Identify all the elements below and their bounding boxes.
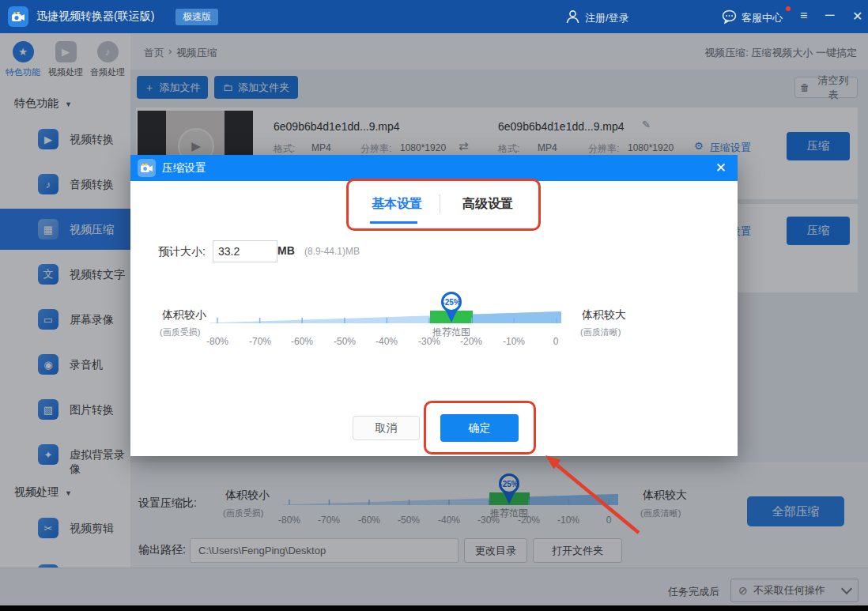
dialog-title: 压缩设置 bbox=[162, 161, 206, 175]
tick-label: -40% bbox=[367, 336, 406, 347]
slider-left-title: 体积较小 bbox=[162, 308, 206, 322]
user-icon bbox=[566, 9, 579, 24]
size-range: (8.9-44.1)MB bbox=[304, 246, 360, 257]
window-title: 迅捷视频转换器(联运版) bbox=[36, 9, 154, 24]
tick-label: -60% bbox=[282, 336, 322, 347]
cancel-button[interactable]: 取消 bbox=[353, 416, 420, 440]
app-logo-icon bbox=[8, 6, 28, 27]
dialog-header: 压缩设置 ✕ bbox=[130, 155, 738, 181]
title-bar: 迅捷视频转换器(联运版) 极速版 注册/登录 客服中心 ≡ ─ ✕ bbox=[0, 0, 868, 33]
tick-label: 0 bbox=[536, 336, 576, 347]
slider-left-sub: (画质受损) bbox=[160, 326, 200, 338]
notification-dot bbox=[786, 6, 791, 11]
tick-label: -70% bbox=[240, 336, 280, 347]
estimated-size-label: 预计大小: bbox=[158, 245, 206, 259]
tab-divider bbox=[440, 194, 440, 213]
tick-label: -30% bbox=[409, 336, 449, 347]
compression-ratio-slider[interactable] bbox=[209, 310, 561, 324]
slider-right-title: 体积较大 bbox=[582, 308, 626, 322]
slider-marker[interactable]: -25% bbox=[438, 291, 465, 324]
size-unit: MB bbox=[277, 244, 295, 257]
compression-settings-dialog: 压缩设置 ✕ 基本设置 高级设置 预计大小: MB (8.9-44.1)MB 体… bbox=[130, 155, 738, 456]
tab-basic-settings[interactable]: 基本设置 bbox=[372, 196, 422, 213]
login-link[interactable]: 注册/登录 bbox=[585, 11, 629, 25]
active-tab-underline bbox=[370, 221, 417, 224]
tick-label: -80% bbox=[198, 336, 237, 347]
menu-icon[interactable]: ≡ bbox=[800, 9, 807, 23]
window-close-icon[interactable]: ✕ bbox=[852, 9, 862, 24]
tick-label: -20% bbox=[451, 336, 491, 347]
support-link[interactable]: 客服中心 bbox=[742, 11, 783, 25]
marker-value: -25% bbox=[442, 298, 460, 307]
confirm-button[interactable]: 确定 bbox=[440, 414, 519, 442]
edition-badge: 极速版 bbox=[175, 9, 218, 25]
minimize-icon[interactable]: ─ bbox=[825, 8, 834, 22]
estimated-size-input[interactable] bbox=[213, 240, 277, 262]
tick-label: -50% bbox=[325, 336, 364, 347]
camera-icon bbox=[138, 159, 156, 177]
tick-label: -10% bbox=[494, 336, 534, 347]
bottom-border bbox=[0, 605, 868, 611]
close-icon[interactable]: ✕ bbox=[715, 160, 726, 176]
support-chat-icon bbox=[722, 9, 737, 24]
app-window: ★ 特色功能 ▶ 视频处理 ♪ 音频处理 特色功能▼ ▶ 视频转换 ♪ 音频转换… bbox=[0, 0, 868, 611]
slider-right-sub: (画质清晰) bbox=[580, 326, 621, 338]
tab-advanced-settings[interactable]: 高级设置 bbox=[462, 196, 513, 213]
